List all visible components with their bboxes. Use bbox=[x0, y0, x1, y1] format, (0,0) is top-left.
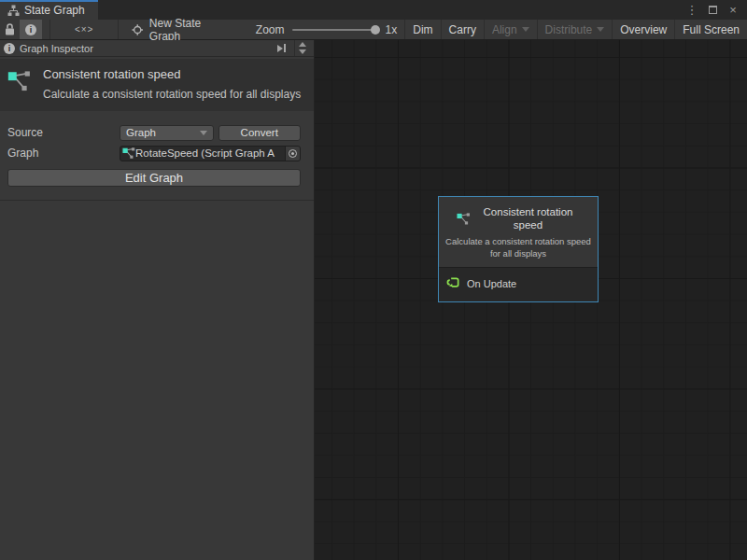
chevron-down-icon bbox=[522, 27, 529, 32]
dock-panel-icon[interactable] bbox=[274, 44, 289, 52]
state-node-selected[interactable]: Consistent rotation speed Calculate a co… bbox=[438, 196, 599, 302]
zoom-slider[interactable] bbox=[292, 29, 378, 31]
maximize-glyph bbox=[709, 6, 717, 14]
info-icon: i bbox=[25, 24, 36, 35]
graph-field-label: Graph bbox=[7, 147, 120, 160]
scroll-up-icon[interactable] bbox=[299, 42, 306, 47]
zoom-control: Zoom 1x bbox=[248, 20, 404, 39]
tab-state-graph[interactable]: State Graph bbox=[0, 0, 98, 20]
inspector-fields: Source Graph Convert Graph bbox=[0, 111, 314, 161]
on-update-label: On Update bbox=[467, 278, 516, 289]
source-label: Source bbox=[7, 126, 120, 139]
toolbar-right-group: Dim Carry Align Distribute Overview Full… bbox=[404, 20, 747, 39]
graph-field-row: Graph RotateSpeed (Script Graph A bbox=[7, 145, 301, 161]
graph-canvas[interactable]: Consistent rotation speed Calculate a co… bbox=[315, 40, 747, 560]
window-controls: ⋮ × bbox=[684, 0, 747, 20]
code-view-button[interactable]: <×> bbox=[63, 20, 106, 39]
tab-accent-line bbox=[0, 0, 98, 2]
code-view-icon: <×> bbox=[75, 24, 94, 35]
dim-label: Dim bbox=[413, 23, 432, 36]
script-graph-icon bbox=[457, 212, 471, 226]
graph-object-value: RotateSpeed (Script Graph A bbox=[135, 147, 285, 159]
overview-label: Overview bbox=[620, 23, 667, 36]
picker-dot bbox=[291, 152, 294, 155]
new-state-graph-label: New State Graph bbox=[149, 17, 226, 43]
dock-triangle bbox=[277, 45, 283, 52]
carry-label: Carry bbox=[449, 23, 476, 36]
graph-object-field[interactable]: RotateSpeed (Script Graph A bbox=[120, 146, 301, 161]
node-title-row: Consistent rotation speed bbox=[444, 205, 592, 232]
script-graph-icon bbox=[122, 147, 135, 160]
graph-inspector-panel: i Graph Inspector Consistent rotation sp… bbox=[0, 40, 315, 560]
window-close-icon[interactable]: × bbox=[725, 2, 741, 19]
lock-icon bbox=[5, 23, 15, 35]
zoom-slider-handle[interactable] bbox=[371, 25, 380, 35]
inspector-divider bbox=[0, 200, 314, 201]
state-node-events[interactable]: On Update bbox=[439, 268, 598, 301]
source-controls: Graph Convert bbox=[120, 125, 301, 141]
toolbar-separator bbox=[49, 20, 50, 39]
object-picker-button[interactable] bbox=[285, 147, 300, 161]
window-maximize-icon[interactable] bbox=[704, 2, 721, 19]
align-label: Align bbox=[492, 23, 517, 36]
convert-button[interactable]: Convert bbox=[218, 125, 302, 141]
source-row: Source Graph Convert bbox=[7, 124, 301, 141]
overview-button[interactable]: Overview bbox=[613, 20, 674, 39]
info-icon: i bbox=[4, 43, 15, 54]
object-picker-icon bbox=[289, 149, 297, 158]
graph-description: Calculate a consistent rotation speed fo… bbox=[43, 87, 301, 102]
full-screen-label: Full Screen bbox=[683, 23, 740, 36]
tab-label: State Graph bbox=[24, 4, 85, 17]
chevron-down-icon bbox=[597, 27, 604, 32]
graph-title: Consistent rotation speed bbox=[43, 67, 301, 81]
graph-info-text: Consistent rotation speed Calculate a co… bbox=[43, 67, 301, 102]
toolbar-separator bbox=[118, 20, 119, 39]
graph-field-controls: RotateSpeed (Script Graph A bbox=[120, 146, 301, 161]
state-graph-icon bbox=[7, 5, 20, 16]
source-dropdown[interactable]: Graph bbox=[120, 125, 214, 141]
window-menu-icon[interactable]: ⋮ bbox=[684, 2, 700, 19]
carry-button[interactable]: Carry bbox=[442, 20, 484, 39]
lock-button[interactable] bbox=[0, 20, 20, 39]
node-title: Consistent rotation speed bbox=[476, 205, 581, 232]
inspector-header: i Graph Inspector bbox=[0, 40, 314, 57]
state-node-header[interactable]: Consistent rotation speed Calculate a co… bbox=[439, 197, 598, 268]
full-screen-button[interactable]: Full Screen bbox=[675, 20, 747, 39]
distribute-button[interactable]: Distribute bbox=[538, 20, 613, 39]
chevron-down-icon bbox=[200, 131, 207, 135]
graph-crosshair-icon bbox=[132, 23, 143, 36]
script-graph-icon bbox=[7, 69, 32, 93]
inspector-title: Graph Inspector bbox=[20, 43, 269, 54]
edit-graph-button[interactable]: Edit Graph bbox=[7, 169, 301, 187]
inspector-toggle-button[interactable]: i bbox=[20, 20, 42, 39]
zoom-label: Zoom bbox=[256, 23, 285, 36]
source-dropdown-value: Graph bbox=[126, 127, 156, 138]
scroll-down-icon[interactable] bbox=[299, 49, 306, 54]
dock-bar bbox=[284, 44, 286, 52]
panel-scroll-spinners bbox=[294, 40, 310, 56]
edit-graph-label: Edit Graph bbox=[125, 171, 183, 185]
graph-toolbar: i <×> New State Graph Zoom 1x Dim Carry … bbox=[0, 20, 747, 40]
dim-button[interactable]: Dim bbox=[405, 20, 440, 39]
align-button[interactable]: Align bbox=[485, 20, 537, 39]
tab-bar: State Graph ⋮ × bbox=[0, 0, 747, 20]
graph-info-box: Consistent rotation speed Calculate a co… bbox=[0, 59, 314, 111]
zoom-value: 1x bbox=[386, 23, 398, 36]
on-update-event-icon bbox=[446, 276, 460, 290]
new-state-graph-button[interactable]: New State Graph bbox=[122, 20, 235, 39]
convert-label: Convert bbox=[241, 127, 278, 138]
node-description: Calculate a consistent rotation speed fo… bbox=[444, 236, 592, 260]
distribute-label: Distribute bbox=[545, 23, 593, 36]
